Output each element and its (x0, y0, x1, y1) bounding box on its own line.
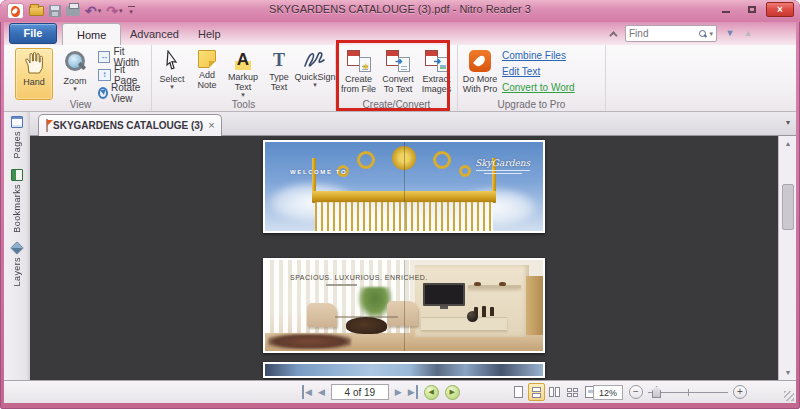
create-from-file-button[interactable]: ✶ Create from File (339, 48, 378, 100)
ribbon: Hand Zoom ▾ ↔ Fit Width ↕ Fit Page Rotat… (4, 45, 796, 112)
markup-text-label: Markup Text (224, 72, 262, 92)
skygardens-logo-text: SkyGardens (471, 158, 535, 168)
maximize-icon (748, 6, 756, 13)
bookmarks-icon (11, 169, 23, 181)
first-page-button[interactable]: ◀ (302, 385, 312, 399)
rug (268, 334, 351, 349)
sidebar-tab-pages[interactable]: Pages (4, 112, 30, 165)
edit-text-link[interactable]: Edit Text (502, 66, 540, 77)
pdf-page-1: WELCOME TO SkyGardens (263, 140, 545, 233)
armchair (307, 303, 338, 328)
close-button[interactable]: × (766, 2, 794, 17)
ribbon-group-upgrade: Do More With Pro Combine Files Edit Text… (458, 45, 606, 111)
type-text-button[interactable]: T Type Text (264, 48, 294, 100)
last-page-button[interactable]: ▶ (408, 385, 418, 399)
zoom-out-button[interactable]: − (629, 385, 643, 399)
find-previous-button[interactable]: ▲ (740, 26, 756, 41)
find-next-button[interactable]: ▼ (722, 26, 738, 41)
logo-tagline-bar (484, 173, 522, 174)
zoom-tool-button[interactable]: Zoom ▾ (57, 48, 93, 100)
signature-icon (302, 50, 328, 70)
find-input[interactable] (629, 28, 699, 39)
zoom-dropdown-icon[interactable]: ▾ (73, 86, 77, 92)
scroll-up-icon[interactable]: ▲ (780, 136, 796, 151)
navigation-sidebar: Pages Bookmarks Layers (4, 112, 30, 380)
customize-toolbar-button[interactable]: ▾ (128, 3, 135, 19)
markup-text-button[interactable]: A Markup Text ▾ (224, 48, 262, 100)
resize-grip[interactable] (784, 391, 794, 401)
markup-dropdown-icon[interactable]: ▾ (241, 92, 245, 98)
document-canvas[interactable]: WELCOME TO SkyGardens (30, 136, 778, 380)
pdf-page-3 (263, 362, 545, 378)
save-button[interactable] (49, 3, 61, 19)
zoom-slider-thumb[interactable] (652, 386, 661, 398)
zoom-in-button[interactable]: + (733, 385, 747, 399)
next-view-button[interactable]: ▶ (445, 385, 460, 400)
cabinet (421, 317, 507, 330)
quicksign-dropdown-icon[interactable]: ▾ (313, 82, 317, 88)
facing-pages-view-button[interactable] (546, 383, 563, 401)
tab-file[interactable]: File (9, 23, 57, 44)
extract-images-button[interactable]: ➜ Extract Images (418, 48, 455, 100)
find-options-caret-icon[interactable]: ▾ (709, 30, 713, 38)
create-convert-group-label: Create/Convert (336, 99, 457, 110)
customize-caret-icon: ▾ (129, 8, 133, 16)
nitro-logo-icon[interactable] (7, 3, 24, 19)
print-button[interactable] (66, 3, 80, 19)
view-group-label: View (10, 99, 151, 110)
menu-tab-row: File Home Advanced Help ▾ ▼ ▲ (4, 22, 796, 45)
vertical-scrollbar[interactable]: ▲ ▼ (778, 136, 796, 380)
combine-files-link[interactable]: Combine Files (502, 50, 566, 61)
maximize-button[interactable] (740, 2, 763, 17)
folder-icon (29, 6, 44, 16)
continuous-facing-view-button[interactable] (564, 383, 581, 401)
convert-to-text-button[interactable]: ➜ Convert To Text (379, 48, 417, 100)
logo-tagline-bar (476, 170, 530, 171)
previous-view-button[interactable]: ◀ (424, 385, 439, 400)
tab-help[interactable]: Help (184, 23, 235, 45)
tab-home[interactable]: Home (62, 23, 121, 45)
undo-button[interactable]: ↶▾ (85, 3, 101, 19)
redo-dropdown-icon[interactable]: ▾ (119, 7, 123, 15)
minimize-button[interactable] (714, 2, 737, 17)
add-note-button[interactable]: Add Note (192, 48, 222, 100)
search-icon[interactable] (699, 30, 707, 38)
convert-to-word-link[interactable]: Convert to Word (502, 82, 575, 93)
zoom-level-field[interactable] (593, 385, 623, 400)
select-cursor-icon (164, 50, 180, 72)
minimize-icon (722, 11, 730, 13)
single-page-view-button[interactable] (510, 383, 527, 401)
next-page-button[interactable]: ▶ (395, 385, 402, 399)
redo-button[interactable]: ↷▾ (106, 3, 122, 19)
hand-tool-button[interactable]: Hand (15, 48, 53, 100)
tab-close-icon[interactable]: × (208, 120, 214, 131)
document-tab[interactable]: SKYGARDENS CATALOUGE (3) × (38, 114, 222, 136)
scrollbar-thumb[interactable] (782, 184, 794, 230)
ribbon-group-create-convert: ✶ Create from File ➜ Convert To Text ➜ E… (336, 45, 458, 111)
quick-access-toolbar: ↶▾ ↷▾ ▾ (7, 3, 135, 19)
scroll-down-icon[interactable]: ▼ (780, 365, 796, 380)
select-dropdown-icon[interactable]: ▾ (170, 84, 174, 90)
fit-page-button[interactable]: ↕ Fit Page (98, 67, 151, 83)
previous-page-button[interactable]: ◀ (318, 385, 325, 399)
quicksign-button[interactable]: QuickSign ▾ (294, 48, 336, 100)
collapse-ribbon-button[interactable] (604, 27, 620, 41)
tab-advanced[interactable]: Advanced (116, 23, 193, 45)
round-decor (467, 311, 478, 322)
page-fold-line (404, 142, 405, 231)
open-file-button[interactable] (29, 3, 44, 19)
close-icon: × (777, 4, 783, 15)
sidebar-tab-layers[interactable]: Layers (4, 238, 30, 292)
continuous-view-button[interactable] (528, 383, 545, 401)
tab-list-caret-icon[interactable]: ▾ (786, 118, 790, 127)
layers-icon (10, 241, 24, 255)
extract-images-label: Extract Images (418, 74, 455, 94)
fit-width-button[interactable]: ↔ Fit Width (98, 49, 151, 65)
title-bar: ↶▾ ↷▾ ▾ SKYGARDENS CATALOUGE (3).pdf - N… (0, 0, 800, 22)
page-indicator-field[interactable] (331, 384, 389, 400)
undo-dropdown-icon[interactable]: ▾ (98, 7, 102, 15)
document-tab-title: SKYGARDENS CATALOUGE (3) (53, 120, 203, 131)
sidebar-tab-bookmarks[interactable]: Bookmarks (4, 165, 30, 239)
do-more-with-pro-button[interactable]: Do More With Pro (460, 48, 500, 100)
select-tool-button[interactable]: Select ▾ (154, 48, 190, 100)
